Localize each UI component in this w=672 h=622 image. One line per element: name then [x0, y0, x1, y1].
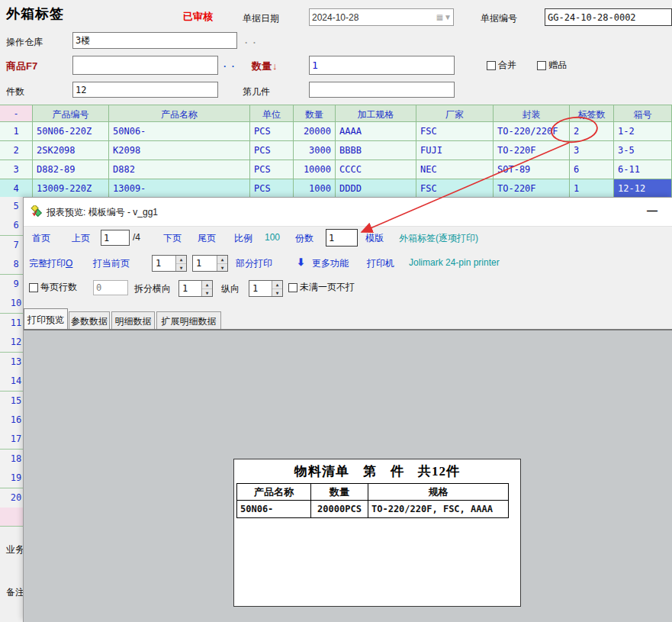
table-cell[interactable]: FSC [416, 122, 494, 141]
gift-checkbox[interactable]: 赠品 [537, 59, 567, 72]
column-header[interactable]: - [0, 105, 33, 122]
more-functions-link[interactable]: 更多功能 [312, 257, 349, 270]
split-vertical-spinner[interactable]: 1▲▼ [249, 280, 283, 297]
product-browse-dots[interactable]: . . [223, 59, 236, 69]
split-horizontal-spinner[interactable]: 1▲▼ [178, 280, 213, 297]
copies-input[interactable] [326, 229, 358, 247]
full-print-link[interactable]: 完整打印O [29, 257, 72, 270]
table-cell[interactable]: K2098 [109, 141, 250, 160]
warehouse-input[interactable] [72, 32, 237, 49]
table-cell[interactable]: 3-5 [614, 141, 672, 160]
page-number-input[interactable] [101, 230, 130, 246]
table-cell[interactable]: PCS [250, 179, 294, 198]
rows-per-page-checkbox[interactable]: 每页行数 [29, 281, 77, 294]
spinner-up-icon[interactable]: ▲ [176, 256, 186, 264]
doc-no-input[interactable] [545, 8, 672, 26]
row-number-cell[interactable]: 3 [0, 160, 33, 179]
dialog-title-bar[interactable]: 报表预览: 模板编号 - v_gg1 — [24, 198, 672, 227]
table-cell[interactable]: 50N06-220Z [33, 122, 109, 141]
merge-checkbox-box[interactable] [487, 61, 496, 70]
table-cell[interactable]: CCCC [336, 160, 416, 179]
row-number-cell[interactable]: 2 [0, 141, 33, 160]
piece-no-input[interactable] [309, 82, 455, 98]
scale-label[interactable]: 比例 [234, 232, 252, 245]
table-cell[interactable]: NEC [416, 160, 494, 179]
printer-label[interactable]: 打印机 [367, 257, 394, 270]
skip-partial-page-checkbox[interactable]: 未满一页不打 [288, 281, 355, 294]
product-input[interactable] [72, 56, 218, 75]
skip-partial-page-checkbox-box[interactable] [288, 283, 297, 292]
table-cell[interactable]: FSC [416, 179, 494, 198]
table-cell[interactable]: 20000 [294, 122, 336, 141]
table-cell[interactable]: 1-2 [614, 122, 672, 141]
print-preview-area[interactable]: 物料清单 第 件 共12件 产品名称 数量 规格 50N06- 20000PCS… [24, 329, 672, 622]
rows-per-page-checkbox-box[interactable] [29, 283, 38, 292]
tab-extended-detail-data[interactable]: 扩展明细数据 [156, 311, 221, 329]
range-from-value[interactable]: 1 [153, 256, 175, 271]
table-cell[interactable]: 3 [570, 141, 614, 160]
copies-label[interactable]: 份数 [295, 232, 313, 245]
spinner-up-icon[interactable]: ▲ [217, 256, 227, 264]
table-cell[interactable]: 1000 [294, 179, 336, 198]
range-to-value[interactable]: 1 [193, 256, 217, 271]
split-vertical-value[interactable]: 1 [249, 281, 272, 296]
tab-print-preview[interactable]: 打印预览 [24, 308, 68, 329]
table-cell[interactable]: 6 [570, 160, 614, 179]
spinner-down-icon[interactable]: ▼ [176, 264, 186, 272]
template-label[interactable]: 模版 [365, 232, 384, 245]
table-cell[interactable]: 13009- [109, 179, 250, 198]
minimize-button[interactable]: — [647, 205, 658, 217]
calendar-icon[interactable]: ▦ [436, 13, 443, 21]
column-header[interactable]: 单位 [250, 105, 294, 122]
calendar-dropdown-icon[interactable]: ▼ [444, 13, 452, 21]
prev-page-link[interactable]: 上页 [72, 232, 90, 245]
split-horizontal-value[interactable]: 1 [179, 281, 201, 296]
spinner-up-icon[interactable]: ▲ [272, 281, 282, 289]
spinner-down-icon[interactable]: ▼ [217, 264, 227, 272]
next-page-link[interactable]: 下页 [163, 232, 182, 245]
column-header[interactable]: 产品名称 [109, 105, 250, 122]
table-cell[interactable]: BBBB [336, 141, 416, 160]
table-cell[interactable]: TO-220F [494, 141, 570, 160]
tab-detail-data[interactable]: 明细数据 [111, 311, 155, 329]
print-current-page-link[interactable]: 打当前页 [93, 257, 130, 270]
first-page-link[interactable]: 首页 [32, 232, 50, 245]
spinner-up-icon[interactable]: ▲ [202, 281, 212, 289]
column-header[interactable]: 数量 [294, 105, 336, 122]
table-cell[interactable]: 2 [570, 122, 614, 141]
spinner-down-icon[interactable]: ▼ [272, 289, 282, 297]
table-cell[interactable]: TO-220F [494, 179, 570, 198]
table-cell[interactable]: PCS [250, 160, 294, 179]
column-header[interactable]: 箱号 [614, 105, 672, 122]
table-cell[interactable]: PCS [250, 122, 294, 141]
last-page-link[interactable]: 尾页 [198, 232, 216, 245]
table-cell[interactable]: PCS [250, 141, 294, 160]
row-number-cell[interactable]: 1 [0, 122, 33, 141]
table-cell[interactable]: DDDD [336, 179, 416, 198]
partial-print-link[interactable]: 部分打印 [236, 257, 272, 270]
table-cell[interactable]: 1 [570, 179, 614, 198]
table-cell[interactable]: 12-12 [614, 179, 672, 198]
column-header[interactable]: 封装 [494, 105, 570, 122]
table-cell[interactable]: TO-220/220F [494, 122, 570, 141]
column-header[interactable]: 加工规格 [336, 105, 416, 122]
range-from-spinner[interactable]: 1▲▼ [152, 255, 187, 272]
table-cell[interactable]: D882 [109, 160, 250, 179]
table-cell[interactable]: 13009-220Z [33, 179, 109, 198]
pieces-input[interactable] [72, 82, 218, 98]
merge-checkbox[interactable]: 合并 [487, 59, 516, 72]
warehouse-browse-dots[interactable]: . . [245, 35, 257, 46]
table-cell[interactable]: 6-11 [614, 160, 672, 179]
range-to-spinner[interactable]: 1▲▼ [192, 255, 228, 272]
table-cell[interactable]: FUJI [416, 141, 494, 160]
table-cell[interactable]: 10000 [294, 160, 336, 179]
gift-checkbox-box[interactable] [537, 61, 546, 70]
table-cell[interactable]: D882-89 [33, 160, 109, 179]
table-cell[interactable]: 50N06- [109, 122, 250, 141]
table-cell[interactable]: 3000 [294, 141, 336, 160]
qty-input[interactable] [309, 56, 455, 75]
table-cell[interactable]: AAAA [336, 122, 416, 141]
column-header[interactable]: 厂家 [416, 105, 494, 122]
rows-per-page-input[interactable] [93, 280, 128, 295]
tab-parameter-data[interactable]: 参数数据 [69, 311, 110, 329]
